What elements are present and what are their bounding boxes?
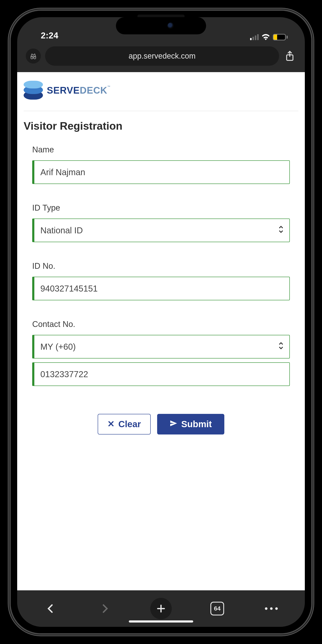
select-id-type-value: National ID	[40, 226, 83, 235]
divider	[24, 111, 298, 111]
logo-text: SERVEDECK™	[47, 85, 110, 96]
input-contact-number[interactable]: 0132337722	[32, 362, 290, 386]
wifi-icon	[262, 34, 270, 40]
chevron-updown-icon	[278, 226, 284, 235]
browser-address-row: app.servedeck.com	[17, 43, 305, 72]
submit-button-label: Submit	[181, 419, 212, 429]
address-bar[interactable]: app.servedeck.com	[45, 46, 279, 66]
page-title: Visitor Registration	[24, 120, 298, 132]
brand-logo: SERVEDECK™	[24, 78, 298, 111]
label-contact: Contact No.	[32, 320, 290, 329]
front-camera	[168, 22, 174, 29]
field-contact: Contact No. MY (+60) 0132337722	[32, 320, 290, 386]
registration-form: Name Arif Najman ID Type National ID	[24, 145, 298, 447]
chevron-updown-icon	[278, 342, 284, 352]
tab-count: 64	[210, 602, 224, 616]
submit-button[interactable]: Submit	[157, 414, 224, 434]
label-id-no: ID No.	[32, 262, 290, 271]
page-content: SERVEDECK™ Visitor Registration Name Ari…	[17, 72, 305, 590]
cellular-icon	[250, 34, 259, 40]
label-name: Name	[32, 145, 290, 154]
notch	[116, 17, 206, 34]
field-name: Name Arif Najman	[32, 145, 290, 184]
tabs-button[interactable]: 64	[209, 600, 226, 617]
select-id-type[interactable]: National ID	[32, 218, 290, 242]
new-tab-button[interactable]	[150, 598, 172, 619]
more-icon[interactable]	[263, 600, 280, 617]
home-indicator[interactable]	[129, 620, 193, 622]
back-icon[interactable]	[42, 600, 59, 617]
input-id-no-value: 940327145151	[40, 284, 98, 294]
select-country-code[interactable]: MY (+60)	[32, 335, 290, 358]
url-text: app.servedeck.com	[128, 52, 196, 60]
input-id-no[interactable]: 940327145151	[32, 277, 290, 300]
select-country-code-value: MY (+60)	[40, 342, 76, 352]
input-name-value: Arif Najman	[40, 168, 85, 177]
svg-point-0	[31, 57, 33, 59]
incognito-icon[interactable]	[26, 48, 41, 64]
status-time: 2:24	[32, 31, 58, 40]
field-id-type: ID Type National ID	[32, 203, 290, 242]
paper-plane-icon	[170, 419, 177, 429]
forward-icon[interactable]	[96, 600, 113, 617]
clear-button[interactable]: Clear	[98, 414, 151, 434]
phone-frame: 2:24 31 app.servede	[11, 11, 311, 633]
field-id-no: ID No. 940327145151	[32, 262, 290, 300]
input-contact-number-value: 0132337722	[40, 370, 88, 379]
close-icon	[108, 419, 114, 429]
battery-percent: 31	[274, 34, 285, 40]
battery-icon: 31	[273, 34, 288, 40]
share-icon[interactable]	[283, 50, 296, 62]
label-id-type: ID Type	[32, 203, 290, 212]
logo-mark-icon	[24, 81, 43, 100]
svg-point-1	[34, 57, 36, 59]
clear-button-label: Clear	[118, 419, 141, 429]
button-row: Clear Submit	[32, 405, 290, 447]
input-name[interactable]: Arif Najman	[32, 160, 290, 184]
